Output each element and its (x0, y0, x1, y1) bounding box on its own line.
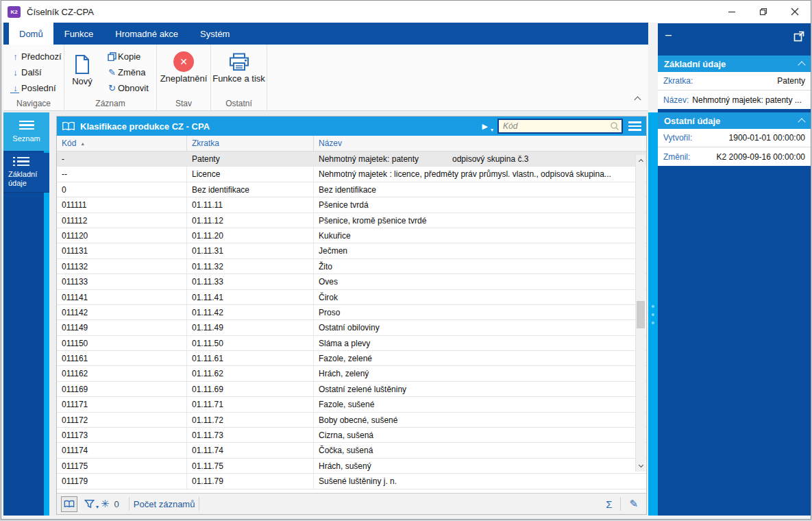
app-window: K2 Číselník CZ-CPA Domů Funkce Hromadné … (1, 0, 811, 520)
table-header-row: Kód ▲ Zkratka Název (57, 136, 646, 152)
table-cell: 01.11.31 (187, 243, 314, 258)
table-cell: 011112 (57, 213, 187, 228)
table-row[interactable]: 01116101.11.61Fazole, zelené (57, 351, 646, 366)
invalidate-button[interactable]: ✕ Zneplatnění (157, 49, 210, 84)
tab-hromadne-akce[interactable]: Hromadné akce (104, 23, 189, 45)
table-cell: 01.11.42 (187, 305, 314, 319)
table-cell: 01.11.61 (187, 351, 314, 365)
table-row[interactable]: 01113301.11.33Oves (57, 274, 646, 289)
vertical-scrollbar[interactable] (635, 155, 645, 472)
divider (129, 497, 130, 511)
table-title-bar: Klasifikace produkce CZ - CPA ▶ ▾ (57, 117, 646, 136)
table-row[interactable]: 01113201.11.32Žito (57, 259, 646, 274)
collapse-dash-button[interactable]: – (665, 29, 672, 41)
ribbon-collapse-button[interactable] (635, 93, 640, 105)
section-header-zakladni-udaje[interactable]: Základní údaje (658, 56, 811, 72)
table-row[interactable]: 01114901.11.49Ostatní obiloviny (57, 320, 646, 335)
previous-button[interactable]: ↑ Předchozí (3, 49, 64, 64)
table-row[interactable]: 01115001.11.50Sláma a plevy (57, 336, 646, 351)
record-count-value: 0 (114, 499, 119, 509)
tab-funkce[interactable]: Funkce (53, 23, 105, 45)
tab-system[interactable]: Systém (189, 23, 241, 45)
table-cell: Fazole, zelené (314, 351, 646, 365)
filter-button[interactable]: ▾ (84, 499, 95, 509)
next-button[interactable]: ↓ Další (3, 64, 64, 80)
functions-print-button[interactable]: Funkce a tisk (211, 49, 267, 84)
table-cell: 011133 (57, 274, 187, 289)
field-nazev: Název: Nehmotný majetek: patenty ... (658, 90, 811, 109)
refresh-button[interactable]: ↻ Obnovit (100, 80, 156, 96)
copy-icon (106, 52, 118, 61)
scroll-down-button[interactable] (636, 460, 645, 470)
tab-domu[interactable]: Domů (9, 23, 53, 45)
table-cell: - (57, 152, 187, 166)
table-row[interactable]: 01117201.11.72Boby obecné, sušené (57, 413, 646, 428)
edit-label: Změna (118, 67, 145, 77)
section-body-ostatni-udaje: Vytvořil: 1900-01-01 00:00:00 Změnil: K2… (658, 129, 811, 166)
table-row[interactable]: 01117301.11.73Cizrna, sušená (57, 428, 646, 443)
table-cell: Čirok (314, 290, 646, 304)
detail-side-panel: – Základní údaje Zkratka: Patenty Název:… (658, 23, 811, 517)
divider (199, 497, 199, 511)
table-row[interactable]: 01117901.11.79Sušené luštěniny j. n. (57, 474, 646, 489)
minimize-button[interactable] (716, 1, 748, 23)
table-row[interactable]: 01117401.11.74Čočka, sušená (57, 443, 646, 458)
table-row[interactable]: 0Bez identifikaceBez identifikace (57, 182, 646, 197)
edit-pencil-button[interactable]: ✎ (629, 498, 638, 510)
table-row[interactable]: 01112001.11.20Kukuřice (57, 228, 646, 243)
table-menu-button[interactable] (627, 119, 643, 132)
table-cell: 01.11.72 (187, 413, 314, 427)
column-header-nazev[interactable]: Název (314, 136, 646, 151)
table-row[interactable]: --LicenceNehmotný majetek : licence, pře… (57, 167, 646, 182)
book-view-button[interactable] (61, 496, 77, 512)
search-input[interactable] (497, 119, 623, 134)
table-row[interactable]: 01113101.11.31Ječmen (57, 243, 646, 258)
table-cell: Oves (314, 274, 646, 289)
divider (620, 497, 621, 511)
rail-item-seznam[interactable]: Seznam (3, 112, 49, 151)
edit-button[interactable]: ✎ Změna (100, 64, 156, 80)
scroll-up-button[interactable] (636, 156, 645, 167)
field-value: K2 2009-09-16 00:00:00 (717, 152, 805, 162)
k2-logo-icon: K2 (8, 6, 21, 18)
restore-button[interactable] (748, 1, 779, 23)
table-cell: 01.11.75 (187, 459, 314, 473)
play-filter-button[interactable]: ▶ ▾ (482, 122, 488, 131)
table-row[interactable]: 01114101.11.41Čirok (57, 290, 646, 305)
column-header-zkratka[interactable]: Zkratka (187, 136, 314, 151)
column-header-kod[interactable]: Kód ▲ (57, 136, 187, 151)
record-count-label: Počet záznamů (134, 499, 195, 509)
functions-print-label: Funkce a tisk (212, 73, 265, 84)
rail-seznam-label: Seznam (12, 134, 40, 143)
table-cell: 011120 (57, 228, 187, 243)
detail-list-icon (8, 157, 49, 166)
rail-item-zakladni-udaje[interactable]: Základníúdaje (3, 153, 49, 193)
table-row[interactable]: -PatentyNehmotný majetek: patentyodpisov… (57, 152, 646, 167)
table-row[interactable]: 01117101.11.71Fazole, sušené (57, 397, 646, 412)
table-row[interactable]: 01114201.11.42Proso (57, 305, 646, 320)
table-row[interactable]: 01116901.11.69Ostatní zelené luštěniny (57, 382, 646, 397)
search-icon (610, 121, 619, 131)
table-row[interactable]: 01116201.11.62Hrách, zelený (57, 366, 646, 381)
copy-button[interactable]: Kopie (100, 49, 156, 64)
panel-splitter[interactable] (648, 112, 658, 517)
open-in-window-button[interactable] (793, 31, 804, 42)
table-cell: Patenty (187, 152, 314, 166)
ribbon-group-navigace: ↑ Předchozí ↓ Další ↓ Poslední Navigace (3, 45, 64, 110)
table-row[interactable]: 01111101.11.11Pšenice tvrdá (57, 197, 646, 213)
table-cell: 011161 (57, 351, 187, 365)
table-row[interactable]: 01117501.11.75Hrách, sušený (57, 459, 646, 474)
table-cell: Ostatní obiloviny (314, 320, 646, 335)
scrollbar-thumb[interactable] (637, 301, 645, 328)
last-button[interactable]: ↓ Poslední (3, 80, 64, 96)
section-header-ostatni-udaje[interactable]: Ostatní údaje (658, 112, 811, 129)
field-label: Zkratka: (663, 76, 693, 86)
table-cell-extra: odpisový skupina č.3 (452, 152, 528, 166)
close-button[interactable] (779, 1, 811, 23)
sum-sigma-button[interactable]: Σ (606, 498, 612, 510)
freeze-asterisk-button[interactable]: ✳ (101, 498, 110, 510)
table-cell: Ostatní zelené luštěniny (314, 382, 646, 396)
table-rows: -PatentyNehmotný majetek: patentyodpisov… (57, 152, 646, 493)
table-row[interactable]: 01111201.11.12Pšenice, kromě pšenice tvr… (57, 213, 646, 228)
invalidate-label: Zneplatnění (160, 73, 208, 84)
